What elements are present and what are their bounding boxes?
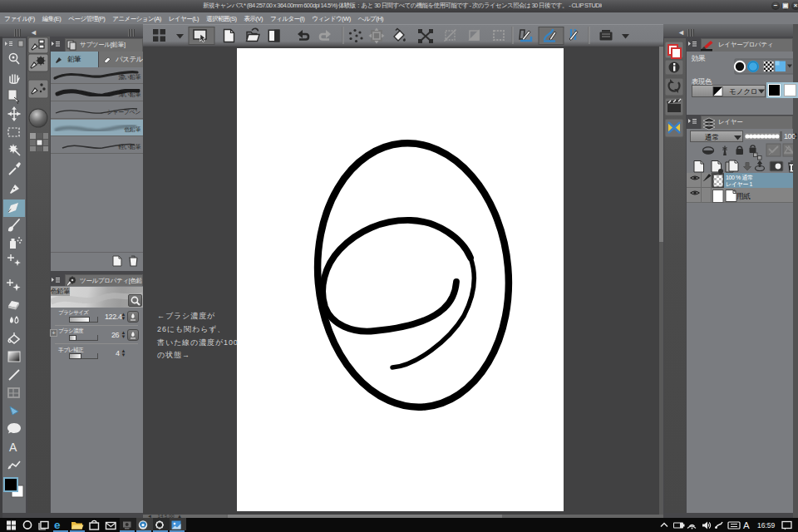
svg-text:e: e (54, 519, 61, 531)
svg-text:A: A (9, 441, 17, 454)
svg-text:A: A (743, 520, 750, 530)
